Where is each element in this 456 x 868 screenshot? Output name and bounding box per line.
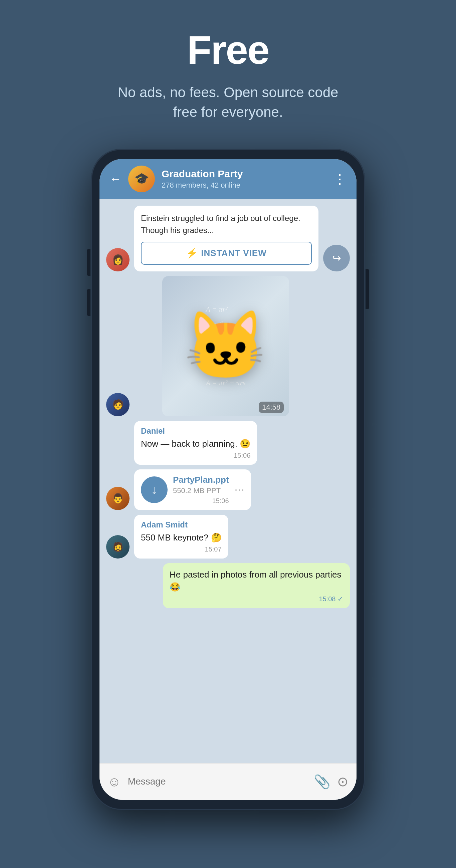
volume-down-button <box>87 289 90 316</box>
message-input[interactable] <box>128 776 307 787</box>
avatar: 👩 <box>106 248 129 271</box>
file-message: ↓ PartyPlan.ppt 550.2 MB PPT 15:06 ⋯ <box>134 469 251 510</box>
check-icon: ✓ <box>337 595 343 602</box>
table-row: 🧔 Adam Smidt 550 MB keynote? 🤔 15:07 <box>106 515 350 559</box>
attach-button[interactable]: 📎 <box>314 774 331 789</box>
table-row: 🧑 A = πr² V = l³ P = 2πr A = πr² s = √(r… <box>106 276 350 416</box>
group-name: Graduation Party <box>161 168 327 180</box>
emoji-button[interactable]: ☺ <box>108 774 121 789</box>
file-size: 550.2 MB PPT <box>173 487 229 495</box>
message-sender: Adam Smidt <box>141 520 222 529</box>
message-time: 15:06 <box>173 497 229 505</box>
avatar: 👨 <box>106 487 129 510</box>
group-info: Graduation Party 278 members, 42 online <box>161 168 327 190</box>
avatar: 🧑 <box>106 393 129 416</box>
file-name: PartyPlan.ppt <box>173 475 229 485</box>
back-button[interactable]: ← <box>110 172 122 186</box>
message-time: 15:07 <box>141 546 222 553</box>
group-avatar: 🎓 <box>128 165 155 192</box>
more-options-button[interactable]: ⋮ <box>333 171 346 187</box>
sticker-background: A = πr² V = l³ P = 2πr A = πr² s = √(r²+… <box>162 276 289 416</box>
phone-mockup: ← 🎓 Graduation Party 278 members, 42 onl… <box>91 149 365 810</box>
own-message-bubble: He pasted in photos from all previous pa… <box>163 563 350 608</box>
bolt-icon: ⚡ <box>186 248 197 259</box>
message-sender: Daniel <box>141 426 250 436</box>
time-label: 15:08 <box>319 595 335 602</box>
phone-screen: ← 🎓 Graduation Party 278 members, 42 onl… <box>99 159 357 800</box>
chat-body: 👩 Einstein struggled to find a job out o… <box>99 199 357 763</box>
table-row: Daniel Now — back to planning. 😉 15:06 <box>106 421 350 465</box>
message-text: 550 MB keynote? 🤔 <box>141 531 222 544</box>
instant-view-label: INSTANT VIEW <box>201 248 266 258</box>
message-text: Now — back to planning. 😉 <box>141 438 250 450</box>
cat-sticker: 🐱 <box>184 307 267 385</box>
table-row: 👨 ↓ PartyPlan.ppt 550.2 MB PPT 15:06 ⋯ <box>106 469 350 510</box>
message-bubble: Adam Smidt 550 MB keynote? 🤔 15:07 <box>134 515 228 559</box>
chat-header: ← 🎓 Graduation Party 278 members, 42 onl… <box>99 159 357 199</box>
table-row: 👩 Einstein struggled to find a job out o… <box>106 206 350 271</box>
message-text: He pasted in photos from all previous pa… <box>170 568 343 593</box>
table-row: He pasted in photos from all previous pa… <box>106 563 350 608</box>
instant-view-button[interactable]: ⚡ INSTANT VIEW <box>141 242 312 265</box>
hero-title: Free <box>187 27 269 73</box>
file-menu-button[interactable]: ⋯ <box>234 484 244 495</box>
camera-button[interactable]: ⊙ <box>337 774 348 789</box>
input-bar: ☺ 📎 ⊙ <box>99 763 357 800</box>
message-time: 15:08 ✓ <box>170 595 343 603</box>
article-preview-text: Einstein struggled to find a job out of … <box>141 212 312 236</box>
hero-subtitle: No ads, no fees. Open source code free f… <box>111 83 345 122</box>
instant-view-card: Einstein struggled to find a job out of … <box>134 206 318 271</box>
avatar: 🧔 <box>106 535 129 559</box>
message-bubble: Daniel Now — back to planning. 😉 15:06 <box>134 421 257 465</box>
download-button[interactable]: ↓ <box>141 476 168 503</box>
power-button <box>366 269 369 309</box>
group-members: 278 members, 42 online <box>161 181 327 190</box>
message-time: 15:06 <box>141 452 250 459</box>
sticker-message: A = πr² V = l³ P = 2πr A = πr² s = √(r²+… <box>162 276 289 416</box>
share-button[interactable]: ↪ <box>323 245 350 271</box>
message-time: 14:58 <box>259 402 284 413</box>
volume-up-button <box>87 249 90 276</box>
phone-body: ← 🎓 Graduation Party 278 members, 42 onl… <box>91 149 365 810</box>
file-info: PartyPlan.ppt 550.2 MB PPT 15:06 <box>173 475 229 505</box>
